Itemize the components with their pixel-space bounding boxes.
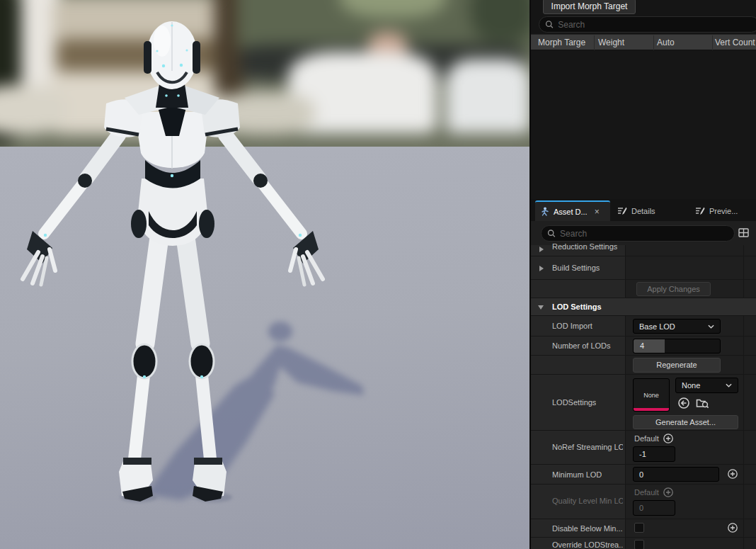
lodsettings-label: LODSettings bbox=[552, 398, 596, 407]
noref-streaming-lod-label: NoRef Streaming LO bbox=[552, 443, 623, 451]
column-vert-count[interactable]: Vert Count bbox=[715, 35, 755, 51]
details-search-box[interactable] bbox=[541, 225, 735, 242]
row-apply-changes: Apply Changes bbox=[531, 280, 756, 298]
number-of-lods-value: 4 bbox=[640, 341, 644, 350]
row-regenerate: Regenerate bbox=[531, 356, 756, 375]
disable-below-min-label: Disable Below Min... bbox=[552, 524, 623, 533]
tab-close-icon[interactable]: × bbox=[595, 207, 600, 217]
column-weight[interactable]: Weight bbox=[598, 35, 624, 51]
override-lodstreaming-checkbox[interactable] bbox=[634, 540, 644, 549]
add-platform-override-icon[interactable] bbox=[663, 433, 674, 444]
robot-shadow bbox=[145, 322, 364, 500]
search-icon bbox=[547, 229, 556, 238]
build-settings-label: Build Settings bbox=[552, 264, 600, 272]
noref-value-input[interactable] bbox=[633, 446, 675, 462]
expander-arrow-icon[interactable] bbox=[538, 305, 544, 310]
lod-import-dropdown[interactable]: Base LOD bbox=[633, 319, 721, 334]
tab-details[interactable]: Details bbox=[612, 200, 674, 221]
morph-search-box[interactable] bbox=[539, 16, 756, 33]
noref-default-label: Default bbox=[634, 434, 659, 443]
lod-settings-header: LOD Settings bbox=[552, 302, 602, 311]
add-platform-override-icon[interactable] bbox=[727, 468, 738, 480]
add-platform-override-icon[interactable] bbox=[727, 522, 738, 533]
disable-below-min-checkbox[interactable] bbox=[634, 523, 644, 533]
column-auto[interactable]: Auto bbox=[657, 35, 675, 51]
lod-import-label: LOD Import bbox=[552, 322, 592, 330]
lodsettings-asset-thumbnail[interactable]: None bbox=[633, 378, 670, 412]
quality-value[interactable] bbox=[634, 501, 675, 515]
column-morph-target[interactable]: Morph Targe bbox=[538, 35, 585, 51]
row-lodsettings: LODSettings None None bbox=[531, 375, 756, 431]
row-minimum-lod: Minimum LOD bbox=[531, 465, 756, 485]
tab-bar: Asset D... × Details Previe... bbox=[531, 199, 756, 221]
row-lod-import: LOD Import Base LOD bbox=[531, 316, 756, 336]
preview-viewport[interactable] bbox=[0, 0, 531, 549]
expander-arrow-icon[interactable] bbox=[539, 266, 544, 271]
property-grid: Reduction Settings Build Settings Apply … bbox=[531, 245, 756, 549]
row-reduction-settings[interactable]: Reduction Settings bbox=[531, 245, 756, 256]
chevron-down-icon bbox=[708, 324, 714, 329]
details-pencil-icon bbox=[617, 206, 627, 215]
tab-preview-label: Previe... bbox=[709, 207, 738, 215]
preview-pencil-icon bbox=[695, 206, 705, 215]
lod-import-value: Base LOD bbox=[639, 322, 675, 331]
number-of-lods-label: Number of LODs bbox=[552, 341, 611, 350]
quality-level-min-lod-label: Quality Level Min LO bbox=[552, 497, 623, 505]
right-panel: Import Morph Target Morph Targe Weight A… bbox=[531, 0, 756, 549]
thumbnail-status-bar bbox=[634, 408, 669, 411]
tab-asset-details[interactable]: Asset D... × bbox=[535, 200, 610, 221]
details-search-input[interactable] bbox=[560, 229, 728, 239]
robot-character bbox=[0, 0, 531, 549]
search-icon bbox=[545, 20, 554, 29]
generate-asset-button[interactable]: Generate Asset... bbox=[633, 415, 738, 429]
morph-search-input[interactable] bbox=[558, 20, 753, 30]
row-lod-settings-category[interactable]: LOD Settings bbox=[531, 298, 756, 316]
tab-asset-details-label: Asset D... bbox=[554, 208, 588, 216]
regenerate-button[interactable]: Regenerate bbox=[633, 358, 721, 373]
row-noref-streaming-lod: NoRef Streaming LO Default bbox=[531, 431, 756, 465]
skeletal-mesh-editor: Import Morph Target Morph Targe Weight A… bbox=[0, 0, 756, 549]
apply-changes-button[interactable]: Apply Changes bbox=[636, 282, 711, 296]
row-override-lodstreaming: Override LODStrea... bbox=[531, 538, 756, 549]
quality-default-label: Default bbox=[634, 488, 659, 497]
use-selected-asset-icon[interactable] bbox=[677, 397, 690, 409]
override-lodstreaming-label: Override LODStrea... bbox=[552, 540, 623, 549]
noref-value[interactable] bbox=[634, 447, 675, 461]
add-platform-override-icon[interactable] bbox=[663, 487, 674, 498]
lodsettings-asset-value: None bbox=[682, 381, 700, 390]
minimum-lod-label: Minimum LOD bbox=[552, 470, 602, 479]
expander-arrow-icon[interactable] bbox=[539, 247, 544, 252]
skeletal-mesh-icon bbox=[541, 207, 549, 217]
morph-table-body[interactable] bbox=[531, 51, 756, 199]
quality-value-input[interactable] bbox=[633, 500, 675, 516]
row-quality-level-min-lod: Quality Level Min LO Default bbox=[531, 485, 756, 519]
number-of-lods-spinbox[interactable]: 4 bbox=[633, 339, 721, 353]
minimum-lod-input[interactable] bbox=[633, 467, 719, 482]
import-morph-target-button[interactable]: Import Morph Target bbox=[543, 0, 636, 14]
tab-preview-scene[interactable]: Previe... bbox=[689, 200, 756, 221]
row-build-settings[interactable]: Build Settings bbox=[531, 256, 756, 280]
view-options-icon[interactable] bbox=[738, 228, 750, 238]
tab-details-label: Details bbox=[631, 207, 655, 215]
row-number-of-lods: Number of LODs 4 bbox=[531, 336, 756, 356]
morph-table-header[interactable]: Morph Targe Weight Auto Vert Count bbox=[531, 34, 756, 50]
minimum-lod-value[interactable] bbox=[634, 468, 718, 481]
thumbnail-none-text: None bbox=[643, 392, 659, 399]
lodsettings-asset-dropdown[interactable]: None bbox=[675, 378, 738, 393]
row-disable-below-min: Disable Below Min... bbox=[531, 519, 756, 538]
browse-to-asset-icon[interactable] bbox=[696, 397, 709, 409]
details-search-row bbox=[531, 221, 756, 245]
chevron-down-icon bbox=[726, 383, 732, 387]
reduction-settings-label: Reduction Settings bbox=[552, 242, 617, 251]
